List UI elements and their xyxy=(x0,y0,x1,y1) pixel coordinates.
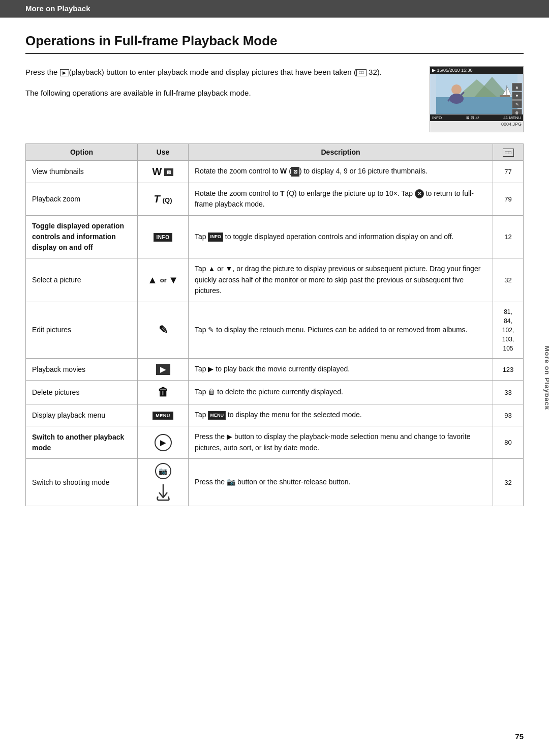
trash-icon: 🗑 xyxy=(158,386,169,398)
ref-header-icon: □□ xyxy=(503,149,514,157)
option-delete-pictures: Delete pictures xyxy=(26,381,138,404)
option-switch-playback: Switch to another playback mode xyxy=(26,426,138,458)
use-edit-pictures: ✎ xyxy=(138,302,189,358)
sidebar-label: More on Playback xyxy=(543,346,549,411)
use-view-thumbnails: W ⊠ xyxy=(138,160,189,183)
ref-delete-pictures: 33 xyxy=(493,381,524,404)
header-description: Description xyxy=(189,144,493,161)
table-header-row: Option Use Description □□ xyxy=(26,144,524,161)
table-row: Select a picture ▲ or ▼ Tap ▲ or ▼, or d… xyxy=(26,258,524,302)
camera-edit-icon: ✎ xyxy=(512,100,522,108)
table-row: Display playback menu MENU Tap MENU to d… xyxy=(26,404,524,426)
edit-icon: ✎ xyxy=(159,324,168,336)
option-edit-pictures: Edit pictures xyxy=(26,302,138,358)
option-display-menu: Display playback menu xyxy=(26,404,138,426)
intro-ref: 32). xyxy=(367,68,382,76)
page-heading: Operations in Full-frame Playback Mode xyxy=(25,33,524,54)
ref-switch-playback: 80 xyxy=(493,426,524,458)
ref-edit-pictures: 81, 84, 102, 103, 105 xyxy=(493,302,524,358)
header-option: Option xyxy=(26,144,138,161)
t-icon: T xyxy=(154,193,160,205)
camera-up-icon: ▲ xyxy=(512,83,522,91)
ref-view-thumbnails: 77 xyxy=(493,160,524,183)
camera-image-area: ▲ ▼ ✎ 🗑 xyxy=(430,74,523,114)
desc-edit-pictures: Tap ✎ to display the retouch menu. Pictu… xyxy=(189,302,493,358)
svg-point-7 xyxy=(451,84,462,95)
desc-display-menu: Tap MENU to display the menu for the sel… xyxy=(189,404,493,426)
intro-para2: The following operations are available i… xyxy=(25,87,414,99)
shutter-icon xyxy=(154,483,172,502)
w-icon: W xyxy=(152,166,162,177)
ref-playback-movies: 123 xyxy=(493,358,524,380)
table-row: Playback movies ▶ Tap ▶ to play back the… xyxy=(26,358,524,380)
option-playback-movies: Playback movies xyxy=(26,358,138,380)
table-row: View thumbnails W ⊠ Rotate the zoom cont… xyxy=(26,160,524,183)
desc-menu-icon: MENU xyxy=(208,411,226,420)
ref-switch-shooting: 32 xyxy=(493,459,524,506)
use-display-menu: MENU xyxy=(138,404,189,426)
desc-delete-pictures: Tap 🗑 to delete the picture currently di… xyxy=(189,381,493,404)
header-ref: □□ xyxy=(493,144,524,161)
desc-camera-icon: 📷 xyxy=(227,478,235,486)
thumbnail-icon-box: ⊠ xyxy=(164,168,173,176)
option-select-picture: Select a picture xyxy=(26,258,138,302)
desc-switch-playback: Press the ▶ button to display the playba… xyxy=(189,426,493,458)
desc-info-icon: INFO xyxy=(208,232,223,242)
table-row: Playback zoom T (Q) Rotate the zoom cont… xyxy=(26,183,524,215)
option-switch-shooting: Switch to shooting mode xyxy=(26,459,138,506)
intro-section: Press the ▶(playback) button to enter pl… xyxy=(25,66,524,132)
use-switch-shooting: 📷 xyxy=(138,459,189,506)
camera-filename: 0004.JPG xyxy=(430,121,523,127)
desc-toggle: Tap INFO to toggle displayed operation c… xyxy=(189,215,493,258)
table-row: Switch to shooting mode 📷 xyxy=(26,459,524,506)
option-view-thumbnails: View thumbnails xyxy=(26,160,138,183)
table-row: Edit pictures ✎ Tap ✎ to display the ret… xyxy=(26,302,524,358)
arrow-down-icon: ▼ xyxy=(168,274,178,285)
use-select-picture: ▲ or ▼ xyxy=(138,258,189,302)
ref-playback-zoom: 79 xyxy=(493,183,524,215)
play-icon-box: ▶ xyxy=(156,364,170,375)
ref-box-icon: □□ xyxy=(356,69,367,76)
camera-top-bar: ▶ 15/05/2010 15:30 xyxy=(430,67,523,74)
svg-rect-6 xyxy=(500,95,510,97)
camera-trash-icon: 🗑 xyxy=(512,109,522,114)
camera-scene-svg xyxy=(436,74,517,114)
camera-date: ▶ 15/05/2010 15:30 xyxy=(432,68,473,73)
page-wrapper: More on Playback Operations in Full-fram… xyxy=(0,0,549,756)
camera-menu-label: 41 MENU xyxy=(503,115,521,120)
option-playback-zoom: Playback zoom xyxy=(26,183,138,215)
info-icon-box: INFO xyxy=(154,233,173,242)
ref-display-menu: 93 xyxy=(493,404,524,426)
circle-play-icon: ▶ xyxy=(155,434,172,451)
use-playback-movies: ▶ xyxy=(138,358,189,380)
desc-switch-shooting: Press the 📷 button or the shutter-releas… xyxy=(189,459,493,506)
desc-playback-movies: Tap ▶ to play back the movie currently d… xyxy=(189,358,493,380)
camera-preview: ▶ 15/05/2010 15:30 xyxy=(430,66,524,132)
ref-select-picture: 32 xyxy=(493,258,524,302)
page-number: 75 xyxy=(515,732,524,741)
camera-circle-icon: 📷 xyxy=(155,463,171,479)
desc-view-thumbnails: Rotate the zoom control to W (⊠) to disp… xyxy=(189,160,493,183)
camera-info-label: INFO xyxy=(432,115,442,120)
table-row: Delete pictures 🗑 Tap 🗑 to delete the pi… xyxy=(26,381,524,404)
use-delete-pictures: 🗑 xyxy=(138,381,189,404)
or-label: or xyxy=(160,276,169,284)
q-icon: (Q) xyxy=(163,196,172,203)
menu-icon-box: MENU xyxy=(152,412,173,420)
intro-text: Press the ▶(playback) button to enter pl… xyxy=(25,66,430,110)
use-playback-zoom: T (Q) xyxy=(138,183,189,215)
arrow-up-icon: ▲ xyxy=(147,274,158,285)
x-close-icon: ✕ xyxy=(415,189,424,198)
desc-select-picture: Tap ▲ or ▼, or drag the picture to displ… xyxy=(189,258,493,302)
shutter-release-icon xyxy=(154,483,172,502)
table-row: Toggle displayed operation controls and … xyxy=(26,215,524,258)
header-use: Use xyxy=(138,144,189,161)
option-toggle: Toggle displayed operation controls and … xyxy=(26,215,138,258)
camera-side-icons: ▲ ▼ ✎ 🗑 xyxy=(512,83,523,114)
camera-icons-bar: ⊠ ⊡ 4/ xyxy=(466,115,479,120)
use-switch-playback: ▶ xyxy=(138,426,189,458)
intro-para1: (playback) button to enter playback mode… xyxy=(69,68,356,76)
top-bar-title: More on Playback xyxy=(25,4,90,13)
use-toggle: INFO xyxy=(138,215,189,258)
camera-bottom-bar: INFO ⊠ ⊡ 4/ 41 MENU xyxy=(430,114,523,121)
